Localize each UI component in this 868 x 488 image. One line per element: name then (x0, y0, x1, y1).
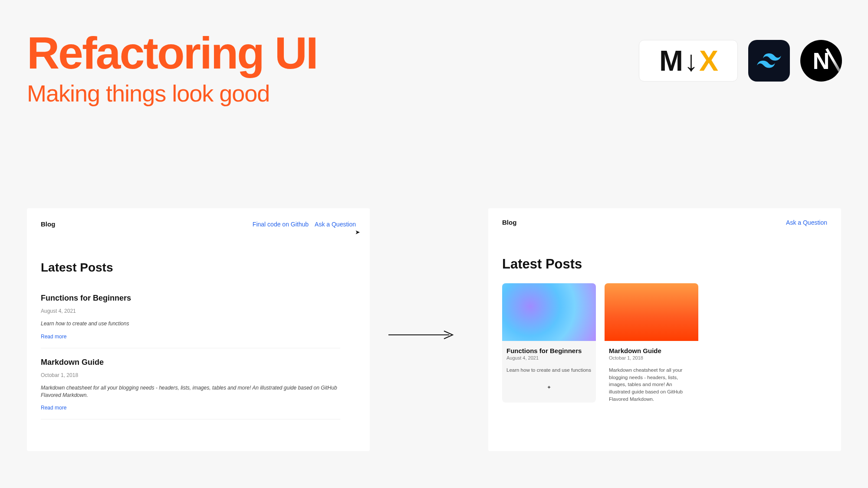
card-title: Markdown Guide (609, 347, 694, 354)
nav-ask-link[interactable]: Ask a Question (786, 219, 827, 226)
after-latest-heading: Latest Posts (502, 256, 827, 272)
post-title: Functions for Beginners (41, 294, 340, 303)
before-brand[interactable]: Blog (41, 220, 55, 228)
before-header: Blog Final code on Github Ask a Question (41, 220, 356, 228)
nav-github-link[interactable]: Final code on Github (253, 221, 309, 228)
nav-ask-link[interactable]: Ask a Question (315, 221, 356, 228)
read-more-link[interactable]: Read more (41, 334, 66, 340)
read-more-link[interactable]: Read more (41, 405, 66, 411)
card-date: August 4, 2021 (506, 355, 592, 360)
logo-row: M↓X N (639, 40, 842, 82)
before-latest-heading: Latest Posts (41, 261, 356, 275)
arrow-icon (388, 330, 454, 340)
before-nav: Final code on Github Ask a Question (253, 221, 356, 228)
card-date: Octobar 1, 2018 (609, 355, 694, 360)
after-header: Blog Ask a Question (502, 219, 827, 226)
post-date: Octobar 1, 2018 (41, 372, 340, 378)
card-body: Markdown Guide Octobar 1, 2018 Markdown … (605, 341, 698, 403)
post-date: August 4, 2021 (41, 308, 340, 314)
pointer-icon: ✦ (547, 384, 551, 390)
nextjs-logo: N (800, 40, 842, 82)
tailwind-logo (748, 40, 790, 82)
card-body: Functions for Beginners August 4, 2021 L… (502, 341, 596, 374)
page-subtitle: Making things look good (27, 82, 317, 105)
post-item[interactable]: Functions for Beginners August 4, 2021 L… (41, 294, 340, 348)
page-title: Refactoring UI (27, 30, 317, 75)
mdx-logo: M↓X (639, 40, 738, 82)
tailwind-icon (757, 53, 781, 68)
mdx-x: X (699, 44, 717, 77)
card-excerpt: Learn how to create and use functions (506, 367, 592, 374)
after-brand[interactable]: Blog (502, 219, 516, 226)
post-item[interactable]: Markdown Guide Octobar 1, 2018 Markdown … (41, 358, 340, 420)
cursor-icon: ➤ (355, 229, 360, 236)
card-excerpt: Markdown cheatsheet for all your bloggin… (609, 367, 694, 403)
post-excerpt: Markdown cheatsheet for all your bloggin… (41, 384, 340, 399)
post-title: Markdown Guide (41, 358, 340, 367)
mdx-m: M (659, 44, 682, 77)
post-excerpt: Learn how to create and use functions (41, 320, 340, 328)
after-nav: Ask a Question (786, 219, 827, 226)
after-panel: Blog Ask a Question Latest Posts Functio… (488, 208, 841, 451)
card-cover-image (502, 283, 596, 341)
title-block: Refactoring UI Making things look good (27, 30, 317, 105)
card-row: Functions for Beginners August 4, 2021 L… (502, 283, 827, 403)
nextjs-n-icon: N (813, 47, 830, 74)
post-card[interactable]: Functions for Beginners August 4, 2021 L… (502, 283, 596, 403)
post-card[interactable]: Markdown Guide Octobar 1, 2018 Markdown … (605, 283, 698, 403)
mdx-arrow-icon: ↓ (684, 44, 697, 77)
card-cover-image (605, 283, 698, 341)
card-title: Functions for Beginners (506, 347, 592, 354)
before-panel: Blog Final code on Github Ask a Question… (27, 208, 370, 451)
